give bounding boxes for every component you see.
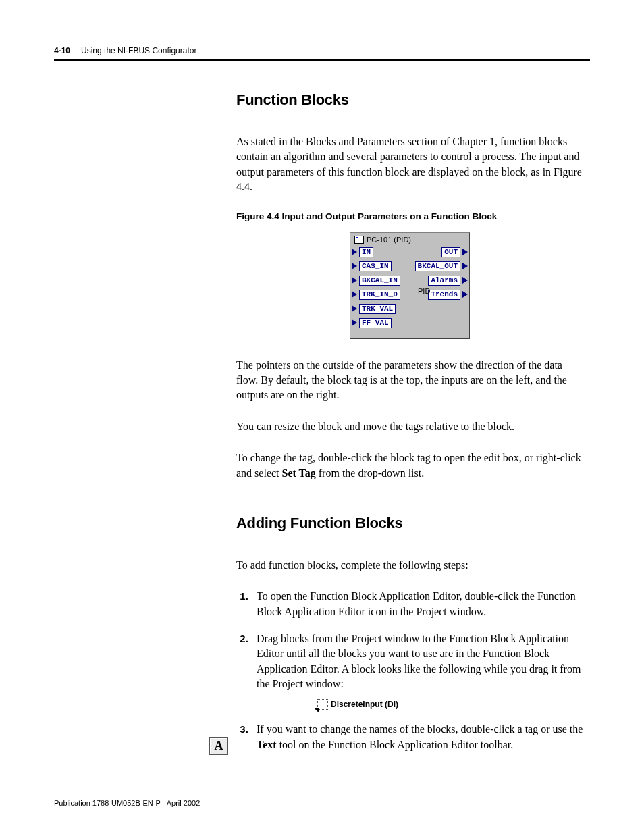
port-bkcal-out: BKCAL_OUT (415, 261, 468, 271)
step-1: To open the Function Block Application E… (251, 589, 583, 619)
page-number: 4-10 (54, 46, 70, 55)
port-trk-val: TRK_VAL (352, 304, 396, 314)
section-title-function-blocks: Function Blocks (236, 91, 583, 109)
header-rule (54, 59, 590, 61)
para-change-tag: To change the tag, double-click the bloc… (236, 450, 583, 481)
pid-block: PC-101 (PID) IN OUT CAS_IN BKCAL_OUT BKC… (350, 232, 470, 339)
para-resize: You can resize the block and move the ta… (236, 419, 583, 434)
port-out: OUT (441, 247, 468, 257)
block-title: PC-101 (PID) (367, 236, 411, 244)
footer-publication: Publication 1788-UM052B-EN-P - April 200… (54, 799, 200, 807)
block-center-label: PID (418, 287, 430, 295)
port-bkcal-in: BKCAL_IN (352, 276, 400, 286)
port-alarms: Alarms (428, 276, 468, 286)
step-3: If you want to change the names of the b… (251, 722, 583, 752)
function-block-figure: PC-101 (PID) IN OUT CAS_IN BKCAL_OUT BKC… (236, 232, 583, 339)
port-ff-val: FF_VAL (352, 318, 392, 328)
text-tool-icon: A (209, 737, 228, 755)
para-pointers: The pointers on the outside of the param… (236, 358, 583, 403)
drag-block-label: DiscreteInput (DI) (331, 699, 398, 710)
drag-block-figure: DiscreteInput (DI) (317, 699, 583, 710)
step-2: Drag blocks from the Project window to t… (251, 631, 583, 710)
drag-cursor-icon (317, 699, 328, 710)
port-trends: Trends (428, 290, 468, 300)
header-doc-section: Using the NI-FBUS Configurator (81, 46, 196, 55)
para-intro: As stated in the Blocks and Parameters s… (236, 134, 583, 195)
section-title-adding-blocks: Adding Function Blocks (236, 515, 583, 532)
figure-caption: Figure 4.4 Input and Output Parameters o… (236, 211, 583, 221)
block-icon (354, 236, 364, 244)
port-cas-in: CAS_IN (352, 261, 392, 271)
para-steps-intro: To add function blocks, complete the fol… (236, 558, 583, 573)
port-trk-in-d: TRK_IN_D (352, 290, 400, 300)
port-in: IN (352, 247, 373, 257)
